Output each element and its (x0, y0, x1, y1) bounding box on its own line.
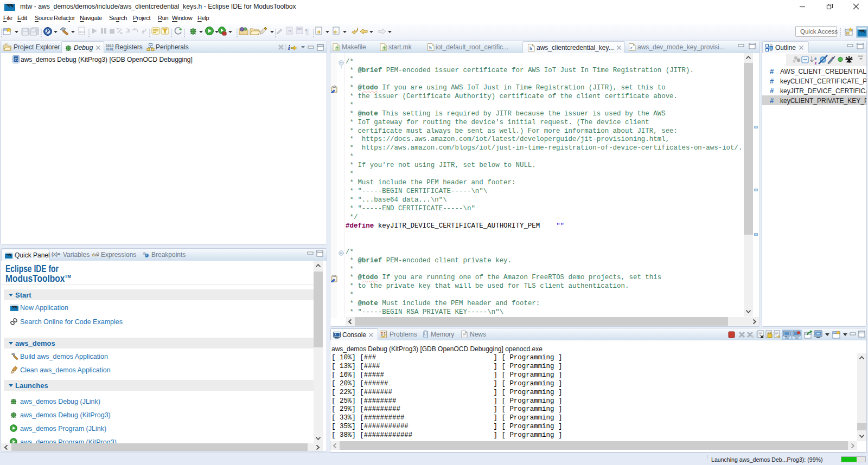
svg-text:h: h (529, 46, 532, 51)
svg-text:h: h (429, 45, 432, 50)
svg-text:¶: ¶ (305, 27, 309, 36)
svg-text:i: i (288, 43, 290, 51)
svg-text:z: z (815, 60, 817, 65)
svg-text:010: 010 (79, 30, 85, 34)
svg-text:6x: 6x (92, 252, 97, 257)
svg-text:c: c (630, 45, 633, 50)
svg-text:0101: 0101 (106, 47, 114, 51)
svg-text:C: C (15, 57, 18, 62)
